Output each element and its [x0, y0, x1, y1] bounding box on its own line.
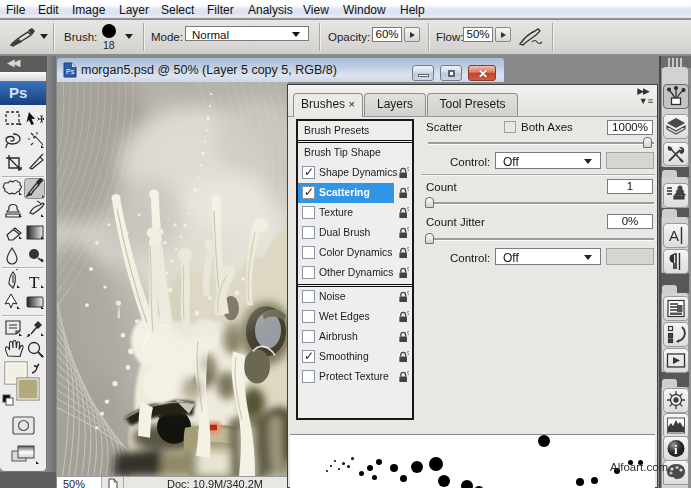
svg-text:A: A: [669, 227, 679, 244]
svg-text:i: i: [674, 442, 678, 457]
svg-text:T: T: [29, 273, 40, 292]
svg-text:Ps: Ps: [66, 68, 75, 75]
